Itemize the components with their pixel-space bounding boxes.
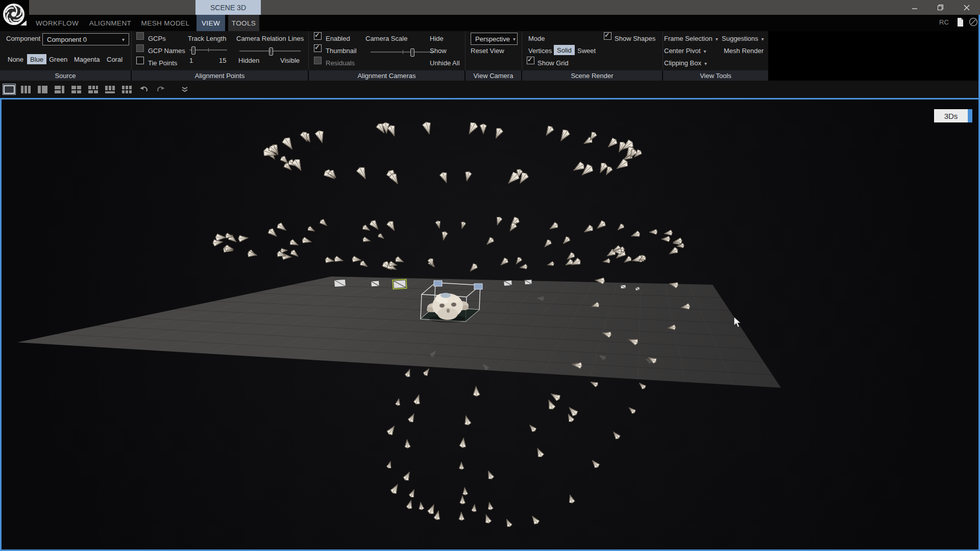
mouse-cursor [733,316,744,329]
enabled-checkbox[interactable] [314,32,322,42]
app-logo-icon [0,0,29,29]
section-source: Source [0,70,131,81]
application-window: SCENE 3D WORKF [0,0,980,551]
source-color-blue[interactable]: Blue [27,54,46,64]
camera-scale-label: Camera Scale [365,35,407,42]
minimize-button[interactable] [904,0,925,15]
frame-selection-button[interactable]: Frame Selection▾ [664,35,718,42]
restore-icon [937,4,944,11]
help-icon[interactable] [969,17,978,29]
reset-view-button[interactable]: Reset View [471,47,504,55]
component-label: Component [6,35,40,42]
residuals-label: Residuals [326,59,355,67]
minimize-icon [912,5,918,11]
source-color-none[interactable]: None [5,54,27,64]
crl-max-label: Visible [280,57,300,64]
show-shapes-label: Show Shapes [615,35,655,42]
chevron-down-icon: ▾ [704,48,706,54]
mode-sweet-button[interactable]: Sweet [577,47,596,55]
tab-alignment[interactable]: ALIGNMENT [89,15,132,31]
section-scene-render: Scene Render [522,70,662,81]
camera-relation-lines-handle[interactable] [269,47,273,56]
ribbon: Component Component 0 ▾ None Blue Green … [0,31,768,70]
camera-relation-lines-slider[interactable] [239,51,301,52]
menu-bar: WORKFLOW ALIGNMENT MESH MODEL VIEW TOOLS… [0,15,980,31]
track-length-max: 15 [219,57,226,64]
chevron-down-icon: ▾ [513,36,516,42]
show-grid-label: Show Grid [537,59,569,67]
mode-label: Mode [528,35,545,42]
view-tab-3ds[interactable]: 3Ds [934,109,972,122]
section-alignment-points: Alignment Points [132,70,308,81]
layout-grid-2x2-icon[interactable] [70,84,83,94]
title-bar: SCENE 3D [0,0,980,15]
app-logo-button[interactable] [0,0,29,29]
chevron-down-icon: ▾ [704,61,707,66]
ribbon-section-bar: Source Alignment Points Alignment Camera… [0,70,768,81]
close-button[interactable] [955,0,978,15]
tie-points-checkbox[interactable] [136,57,144,66]
layout-grid-3x2-icon[interactable] [121,84,133,94]
section-view-camera: View Camera [465,70,521,81]
viewport-3d[interactable]: 3Ds [0,98,980,551]
component-dropdown[interactable]: Component 0 ▾ [42,33,129,45]
thumbnail-checkbox[interactable] [314,44,322,54]
thumbnail-label: Thumbnail [326,47,357,55]
layout-single-icon[interactable] [3,84,15,94]
document-icon[interactable] [957,17,964,29]
viewport-canvas[interactable] [2,99,978,549]
suggestions-button[interactable]: Suggestions▾ [722,35,764,42]
layout-grid-mixed-icon[interactable] [87,84,100,94]
restore-button[interactable] [930,0,950,15]
gcp-names-checkbox[interactable] [136,44,144,54]
show-button[interactable]: Show [430,47,447,55]
crl-min-label: Hidden [238,57,259,64]
mode-vertices-button[interactable]: Vertices [528,47,552,55]
camera-scale-slider[interactable] [371,52,434,53]
undo-icon[interactable] [138,84,150,94]
layout-left-split-icon[interactable] [54,84,66,94]
section-view-tools: View Tools [663,70,768,81]
scene-3d-tab[interactable]: SCENE 3D [195,0,261,15]
chevron-down-icon: ▾ [762,36,764,42]
gcps-label: GCPs [148,35,166,42]
camera-scale-handle[interactable] [410,48,414,57]
residuals-checkbox[interactable] [314,57,322,66]
layout-two-pane-icon[interactable] [37,84,49,94]
redo-icon[interactable] [155,84,167,94]
camera-relation-lines-label: Camera Relation Lines [236,35,304,42]
viewport-layout-toolbar [0,81,980,98]
source-color-coral[interactable]: Coral [104,54,126,64]
layout-three-columns-icon[interactable] [20,84,32,94]
mesh-render-button[interactable]: Mesh Render [724,47,764,55]
center-pivot-button[interactable]: Center Pivot▾ [664,47,706,55]
enabled-label: Enabled [326,35,350,42]
scene-3d-tab-label: SCENE 3D [210,4,246,12]
close-icon [964,5,970,11]
unhide-all-button[interactable]: Unhide All [430,59,460,67]
source-color-green[interactable]: Green [46,54,70,64]
track-length-handle[interactable] [191,46,195,55]
show-grid-checkbox[interactable] [527,57,534,66]
gcp-names-label: GCP Names [148,47,185,55]
rc-badge: RC [939,18,949,26]
projection-dropdown[interactable]: Perspective ▾ [471,33,518,45]
section-alignment-cameras: Alignment Cameras [309,70,464,81]
gcps-checkbox[interactable] [136,32,144,42]
tab-mesh-model[interactable]: MESH MODEL [141,15,190,31]
source-color-magenta[interactable]: Magenta [71,54,103,64]
tab-workflow[interactable]: WORKFLOW [36,15,79,31]
mode-solid-button[interactable]: Solid [554,45,575,55]
show-shapes-checkbox[interactable] [604,32,611,42]
chevron-down-icon: ▾ [716,36,718,42]
hide-button[interactable]: Hide [430,35,444,42]
active-view-indicator [968,109,972,122]
clipping-box-button[interactable]: Clipping Box▾ [664,59,707,67]
expand-toolbar-icon[interactable] [179,84,191,94]
chevron-down-icon: ▾ [122,37,125,42]
tab-view[interactable]: VIEW [197,15,225,31]
track-length-label: Track Length [188,35,226,42]
layout-three-top-icon[interactable] [104,84,116,94]
track-length-slider[interactable] [189,49,227,51]
tab-tools[interactable]: TOOLS [228,15,259,31]
